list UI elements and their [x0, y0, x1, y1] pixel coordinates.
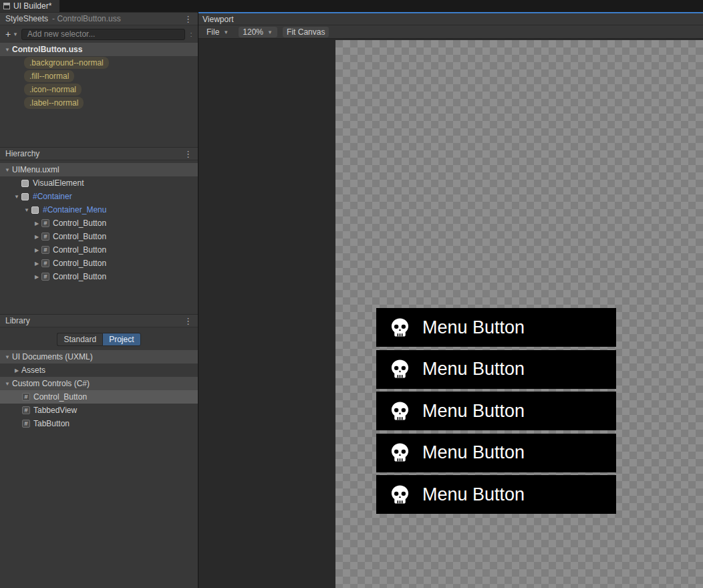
field-options-icon[interactable]	[188, 30, 194, 38]
library-section-label: Custom Controls (C#)	[12, 379, 90, 388]
csharp-element-icon	[41, 259, 49, 267]
fit-canvas-label: Fit Canvas	[287, 27, 325, 37]
viewport-title: Viewport	[202, 15, 233, 24]
expander-right-icon[interactable]	[32, 234, 41, 240]
expander-down-icon[interactable]	[3, 381, 12, 387]
selector-row[interactable]: .fill--normal	[24, 69, 74, 83]
library-tab-group: Standard Project	[0, 331, 198, 347]
library-title: Library	[5, 316, 30, 325]
hierarchy-item-container-menu[interactable]: #Container_Menu	[0, 203, 198, 216]
menu-button[interactable]: Menu Button	[376, 308, 616, 347]
hierarchy-item-label: Control_Button	[53, 232, 106, 241]
library-item-tabbedview[interactable]: TabbedView	[0, 404, 198, 417]
add-selector-input[interactable]	[21, 29, 185, 40]
selector-pill[interactable]: .icon--normal	[24, 84, 82, 96]
chevron-down-icon	[223, 29, 229, 35]
tab-ui-builder[interactable]: UI Builder*	[0, 0, 59, 12]
library-header: Library	[0, 314, 198, 327]
kebab-menu-icon[interactable]	[184, 15, 192, 23]
skull-icon	[389, 400, 411, 422]
kebab-menu-icon[interactable]	[184, 317, 192, 325]
menu-button[interactable]: Menu Button	[376, 475, 616, 514]
stylesheets-title: StyleSheets	[5, 14, 48, 23]
selector-row[interactable]: .background--normal	[24, 56, 109, 69]
expander-down-icon[interactable]	[3, 167, 12, 173]
hierarchy-item-control-button[interactable]: Control_Button	[0, 270, 198, 283]
menu-button[interactable]: Menu Button	[376, 434, 616, 472]
csharp-element-icon	[41, 273, 49, 281]
add-selector-button[interactable]	[4, 29, 12, 39]
canvas-transparency-checkerboard[interactable]: Menu Button Menu Button Menu Button	[335, 40, 703, 588]
csharp-element-icon	[22, 420, 30, 428]
viewport-title-row: Viewport	[198, 13, 703, 25]
selector-pill[interactable]: .fill--normal	[24, 70, 74, 82]
csharp-element-icon	[22, 406, 30, 414]
csharp-element-icon	[22, 393, 30, 401]
hierarchy-item-label: Control_Button	[53, 272, 106, 281]
menu-button-stack: Menu Button Menu Button Menu Button	[376, 308, 616, 514]
menu-button-label: Menu Button	[422, 442, 525, 463]
library-item-assets[interactable]: Assets	[0, 363, 198, 377]
expander-down-icon[interactable]	[22, 207, 31, 213]
kebab-menu-icon[interactable]	[184, 150, 192, 158]
selector-row[interactable]: .icon--normal	[24, 83, 82, 96]
expander-right-icon[interactable]	[32, 274, 41, 280]
menu-button[interactable]: Menu Button	[376, 350, 616, 389]
hierarchy-item-control-button[interactable]: Control_Button	[0, 257, 198, 270]
expander-right-icon[interactable]	[32, 261, 41, 267]
menu-button-label: Menu Button	[422, 401, 525, 422]
expander-down-icon[interactable]	[3, 47, 12, 53]
library-item-label: Assets	[21, 365, 45, 375]
menu-button-label: Menu Button	[422, 359, 525, 380]
expander-right-icon[interactable]	[32, 220, 41, 227]
csharp-element-icon	[41, 246, 49, 254]
zoom-dropdown[interactable]: 120%	[239, 27, 277, 37]
skull-icon	[389, 358, 411, 380]
hierarchy-item-label: VisualElement	[33, 178, 84, 188]
selector-pill[interactable]: .background--normal	[24, 57, 109, 69]
visual-element-icon	[21, 193, 29, 200]
hierarchy-item-label: Control_Button	[53, 218, 106, 228]
hierarchy-item-control-button[interactable]: Control_Button	[0, 243, 198, 257]
expander-right-icon[interactable]	[12, 368, 21, 374]
tab-standard[interactable]: Standard	[57, 333, 102, 346]
chevron-down-icon[interactable]	[12, 31, 19, 37]
selector-pill[interactable]: .label--normal	[24, 97, 84, 109]
hierarchy-title: Hierarchy	[5, 149, 39, 158]
viewport-panel: Viewport File 120% Fit Canvas Menu Butto…	[198, 12, 703, 588]
stylesheet-root-row[interactable]: ControlButton.uss	[0, 43, 198, 56]
viewport-toolbar: File 120% Fit Canvas	[198, 25, 703, 39]
library-section-uxml[interactable]: UI Documents (UXML)	[0, 350, 198, 363]
selector-row[interactable]: .label--normal	[24, 96, 84, 110]
file-menu-button[interactable]: File	[202, 27, 233, 37]
stylesheet-root-label: ControlButton.uss	[12, 45, 82, 54]
hierarchy-header: Hierarchy	[0, 147, 198, 160]
library-item-tabbutton[interactable]: TabButton	[0, 417, 198, 430]
hierarchy-root-row[interactable]: UIMenu.uxml	[0, 163, 198, 176]
library-item-control-button[interactable]: Control_Button	[0, 390, 198, 404]
hierarchy-item-label: Control_Button	[53, 259, 106, 268]
expander-right-icon[interactable]	[32, 247, 41, 253]
tab-project[interactable]: Project	[102, 333, 140, 346]
hierarchy-item-container[interactable]: #Container	[0, 190, 198, 203]
visual-element-icon	[31, 206, 39, 214]
menu-button[interactable]: Menu Button	[376, 392, 616, 430]
hierarchy-item-label: #Container_Menu	[43, 205, 106, 214]
expander-down-icon[interactable]	[3, 354, 12, 360]
hierarchy-root-label: UIMenu.uxml	[12, 165, 59, 174]
csharp-element-icon	[41, 219, 49, 227]
library-item-label: TabbedView	[33, 406, 77, 415]
skull-icon	[389, 442, 411, 464]
hierarchy-item-visualelement[interactable]: VisualElement	[0, 176, 198, 190]
hierarchy-item-control-button[interactable]: Control_Button	[0, 216, 198, 230]
viewport-canvas-area[interactable]: Menu Button Menu Button Menu Button	[198, 39, 703, 588]
library-section-label: UI Documents (UXML)	[12, 352, 93, 361]
expander-down-icon[interactable]	[12, 194, 21, 200]
stylesheets-header: StyleSheets - ControlButton.uss	[0, 12, 198, 25]
file-menu-label: File	[206, 27, 219, 37]
hierarchy-item-control-button[interactable]: Control_Button	[0, 230, 198, 243]
library-item-label: TabButton	[33, 419, 69, 428]
zoom-value: 120%	[243, 27, 263, 37]
library-section-csharp[interactable]: Custom Controls (C#)	[0, 377, 198, 390]
fit-canvas-button[interactable]: Fit Canvas	[283, 27, 329, 37]
